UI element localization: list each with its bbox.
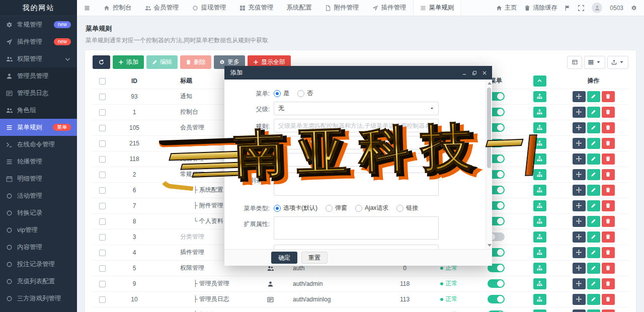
type-radio-option[interactable]: 链接: [396, 204, 418, 212]
drag-button[interactable]: [573, 278, 586, 289]
fullscreen-button[interactable]: [578, 5, 584, 11]
sidebar-item-权限管理[interactable]: 权限管理: [0, 50, 77, 67]
type-radio-option[interactable]: Ajax请求: [355, 204, 388, 212]
delete-row-button[interactable]: [602, 107, 615, 118]
delete-row-button[interactable]: [602, 153, 615, 165]
row-checkbox[interactable]: [99, 172, 106, 178]
menu-switch[interactable]: [488, 279, 505, 288]
collapse-all-button[interactable]: [533, 75, 546, 87]
sidebar-item-常规管理[interactable]: 常规管理new: [0, 16, 77, 33]
drag-button[interactable]: [573, 185, 586, 196]
edit-row-button[interactable]: [587, 138, 600, 149]
sidebar-item-内容管理[interactable]: 内容管理: [0, 239, 77, 256]
sidebar-item-轮播管理[interactable]: 轮播管理: [0, 153, 77, 170]
sidebar-item-转换记录[interactable]: 转换记录: [0, 204, 77, 221]
sidebar-item-投注记录管理[interactable]: 投注记录管理: [0, 256, 77, 273]
export-button[interactable]: [607, 56, 628, 69]
submenu-button[interactable]: [533, 138, 546, 149]
submenu-button[interactable]: [533, 122, 546, 133]
tab-插件管理[interactable]: 插件管理: [366, 0, 413, 16]
avatar[interactable]: [592, 3, 602, 13]
drag-button[interactable]: [573, 138, 586, 149]
remark-input[interactable]: [274, 245, 439, 249]
menu-radio-option[interactable]: 否: [297, 89, 313, 98]
submenu-button[interactable]: [533, 278, 546, 289]
icon-input[interactable]: [274, 153, 439, 167]
sidebar-item-明细管理[interactable]: 明细管理: [0, 170, 77, 187]
scroll-up-icon[interactable]: [488, 82, 492, 85]
submenu-button[interactable]: [533, 231, 546, 243]
row-checkbox[interactable]: [99, 94, 106, 100]
submenu-button[interactable]: [533, 263, 546, 274]
submenu-button[interactable]: [533, 200, 546, 211]
dialog-scrollbar[interactable]: [486, 80, 492, 249]
submenu-button[interactable]: [533, 169, 546, 180]
rule-input[interactable]: [274, 119, 439, 132]
submenu-button[interactable]: [533, 91, 546, 102]
minimize-icon[interactable]: [462, 70, 467, 75]
drag-button[interactable]: [573, 122, 586, 133]
row-checkbox[interactable]: [99, 203, 106, 209]
sidebar-item-活动管理[interactable]: 活动管理: [0, 187, 77, 204]
clear-cache-link[interactable]: 清除缓存: [524, 4, 557, 12]
row-checkbox[interactable]: [99, 250, 106, 256]
delete-row-button[interactable]: [602, 200, 615, 211]
parent-select[interactable]: 无: [274, 102, 439, 115]
home-link[interactable]: 主页: [496, 4, 517, 12]
row-checkbox[interactable]: [99, 218, 106, 225]
columns-button[interactable]: [584, 56, 605, 69]
tab-会员管理[interactable]: 会员管理: [138, 0, 186, 16]
edit-row-button[interactable]: [587, 309, 600, 312]
toggle-view-button[interactable]: [567, 56, 582, 69]
edit-row-button[interactable]: [587, 263, 600, 274]
condition-textarea[interactable]: [274, 173, 439, 196]
delete-row-button[interactable]: [602, 122, 615, 133]
edit-row-button[interactable]: [587, 169, 600, 180]
delete-row-button[interactable]: [602, 138, 615, 149]
title-input[interactable]: [274, 136, 439, 149]
edit-row-button[interactable]: [587, 185, 600, 196]
refresh-button[interactable]: [93, 55, 110, 69]
submenu-button[interactable]: [533, 153, 546, 165]
drag-button[interactable]: [573, 309, 586, 312]
edit-row-button[interactable]: [587, 107, 600, 118]
select-all-checkbox[interactable]: [99, 78, 106, 85]
edit-row-button[interactable]: [587, 247, 600, 258]
sidebar-item-充值列表配置[interactable]: 充值列表配置: [0, 273, 77, 290]
submenu-button[interactable]: [533, 294, 546, 305]
edit-row-button[interactable]: [587, 153, 600, 165]
edit-row-button[interactable]: [587, 200, 600, 211]
delete-row-button[interactable]: [602, 91, 615, 102]
settings-button[interactable]: [631, 5, 637, 11]
submenu-button[interactable]: [533, 309, 546, 312]
sidebar-item-管理员管理[interactable]: 管理员管理: [0, 67, 77, 85]
row-checkbox[interactable]: [99, 140, 106, 147]
drag-button[interactable]: [573, 169, 586, 180]
row-checkbox[interactable]: [99, 281, 106, 287]
row-checkbox[interactable]: [99, 296, 106, 303]
add-button[interactable]: 添加: [113, 55, 144, 69]
type-radio-option[interactable]: 弹窗: [326, 204, 347, 212]
delete-row-button[interactable]: [602, 247, 615, 258]
drag-button[interactable]: [573, 216, 586, 227]
row-checkbox[interactable]: [99, 187, 106, 194]
drag-button[interactable]: [573, 91, 586, 102]
delete-row-button[interactable]: [602, 294, 615, 305]
shortcut-button[interactable]: [565, 5, 571, 11]
menu-switch[interactable]: [488, 295, 505, 303]
scrollbar-thumb[interactable]: [487, 88, 491, 168]
tab-控制台[interactable]: 控制台: [97, 0, 138, 16]
drag-button[interactable]: [573, 247, 586, 258]
maximize-icon[interactable]: [472, 70, 477, 75]
submenu-button[interactable]: [533, 107, 546, 118]
delete-row-button[interactable]: [602, 216, 615, 227]
tab-提现管理[interactable]: 提现管理: [186, 0, 233, 16]
row-checkbox[interactable]: [99, 265, 106, 272]
delete-button[interactable]: 删除: [180, 55, 211, 69]
submenu-button[interactable]: [533, 185, 546, 196]
tab-系统配置[interactable]: 系统配置: [280, 0, 318, 16]
scroll-down-icon[interactable]: [488, 244, 492, 247]
site-logo[interactable]: 我的网站: [0, 0, 77, 16]
drag-button[interactable]: [573, 153, 586, 165]
close-icon[interactable]: [482, 70, 487, 75]
